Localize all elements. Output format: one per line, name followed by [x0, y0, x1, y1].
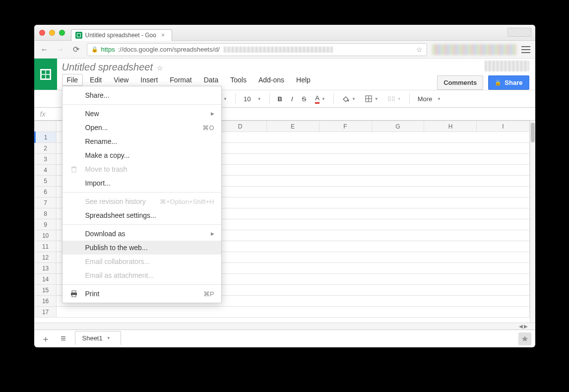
- menu-print[interactable]: Print⌘P: [63, 287, 221, 301]
- merge-button[interactable]: ▼: [384, 92, 404, 105]
- col-header[interactable]: I: [477, 121, 529, 132]
- borders-button[interactable]: ▼: [362, 92, 381, 105]
- browser-titlebar: Untitled spreadsheet - Goo ×: [34, 25, 535, 41]
- url-bar[interactable]: 🔒 https://docs.google.com/spreadsheets/d…: [87, 43, 427, 56]
- scroll-thumb[interactable]: [531, 123, 535, 142]
- vertical-scrollbar[interactable]: [530, 121, 535, 323]
- col-header[interactable]: H: [424, 121, 477, 132]
- menu-view[interactable]: View: [109, 74, 133, 86]
- menu-format[interactable]: Format: [165, 74, 196, 86]
- row-header[interactable]: 17: [35, 307, 56, 318]
- menu-email-attachment: Email as attachment...: [63, 268, 221, 282]
- svg-marker-6: [522, 336, 528, 341]
- maximize-window[interactable]: [59, 30, 65, 36]
- menu-spreadsheet-settings[interactable]: Spreadsheet settings...: [63, 208, 221, 222]
- col-header[interactable]: E: [266, 121, 319, 132]
- row-header[interactable]: 3: [35, 154, 56, 165]
- row-header[interactable]: 12: [35, 252, 56, 263]
- close-window[interactable]: [39, 30, 45, 36]
- row-header[interactable]: 9: [35, 219, 56, 230]
- col-header[interactable]: G: [372, 121, 424, 132]
- italic-button[interactable]: I: [288, 92, 296, 105]
- row-header[interactable]: 1: [35, 132, 56, 143]
- row-header[interactable]: 10: [35, 230, 56, 241]
- menu-download-as[interactable]: Download as▶: [63, 227, 221, 241]
- menu-tools[interactable]: Tools: [225, 74, 252, 86]
- sheet-tab[interactable]: Sheet1 ▼: [75, 331, 121, 345]
- fx-label: fx: [40, 110, 46, 118]
- sheets-logo[interactable]: [34, 59, 57, 90]
- row-header[interactable]: 11: [35, 241, 56, 252]
- trash-icon: [69, 165, 78, 174]
- merge-icon: [387, 95, 395, 103]
- explore-button[interactable]: [518, 332, 531, 345]
- row-header[interactable]: 13: [35, 263, 56, 274]
- explore-icon: [521, 335, 528, 342]
- chevron-down-icon[interactable]: ▼: [107, 336, 111, 340]
- row-header[interactable]: 4: [35, 165, 56, 176]
- reload-button[interactable]: ⟳: [71, 44, 82, 55]
- menu-email-collaborators: Email collaborators...: [63, 255, 221, 268]
- file-menu-dropdown: Share... New▶ Open...⌘O Rename... Make a…: [62, 86, 222, 303]
- star-document-icon[interactable]: ☆: [157, 64, 163, 72]
- menu-import[interactable]: Import...: [63, 176, 221, 190]
- menu-edit[interactable]: Edit: [85, 74, 107, 86]
- browser-menu-icon[interactable]: [521, 45, 530, 54]
- submenu-arrow-icon: ▶: [211, 111, 214, 116]
- menu-publish-web[interactable]: Publish to the web...: [63, 241, 221, 255]
- more-button[interactable]: More ▼: [415, 92, 444, 105]
- menu-insert[interactable]: Insert: [135, 74, 163, 86]
- row-header[interactable]: 7: [35, 197, 56, 208]
- menu-share[interactable]: Share...: [63, 88, 221, 102]
- url-obscured: [224, 47, 333, 53]
- bold-button[interactable]: B: [275, 92, 285, 105]
- tab-close-icon[interactable]: ×: [161, 32, 165, 39]
- account-blur: [507, 28, 531, 37]
- star-icon[interactable]: ☆: [416, 46, 423, 54]
- col-header[interactable]: F: [319, 121, 372, 132]
- row-header[interactable]: 6: [35, 187, 56, 197]
- extensions-blur: [432, 44, 516, 55]
- forward-button[interactable]: →: [55, 44, 66, 55]
- text-color-button[interactable]: A▼: [312, 92, 328, 106]
- menu-make-copy[interactable]: Make a copy...: [63, 148, 221, 162]
- borders-icon: [365, 95, 373, 103]
- document-title[interactable]: Untitled spreadsheet: [62, 62, 153, 73]
- menu-data[interactable]: Data: [199, 74, 224, 86]
- menu-help[interactable]: Help: [291, 74, 316, 86]
- sheets-grid-icon: [40, 69, 51, 80]
- window-controls: [39, 30, 65, 36]
- row-header[interactable]: 16: [35, 296, 56, 307]
- strikethrough-button[interactable]: S: [299, 92, 310, 105]
- tab-title: Untitled spreadsheet - Goo: [85, 32, 156, 39]
- menu-open[interactable]: Open...⌘O: [63, 121, 221, 134]
- comments-button[interactable]: Comments: [437, 75, 483, 90]
- row-header[interactable]: 15: [35, 285, 56, 296]
- menu-revision-history: See revision history⌘+Option+Shift+H: [63, 195, 221, 208]
- menu-move-to-trash: Move to trash: [63, 162, 221, 176]
- menu-new[interactable]: New▶: [63, 107, 221, 121]
- fill-color-button[interactable]: ▼: [339, 92, 359, 105]
- browser-tab[interactable]: Untitled spreadsheet - Goo ×: [71, 29, 172, 41]
- all-sheets-button[interactable]: ≡: [57, 332, 70, 345]
- menu-addons[interactable]: Add-ons: [253, 74, 289, 86]
- add-sheet-button[interactable]: ＋: [39, 332, 52, 345]
- lock-share-icon: 🔒: [495, 79, 502, 86]
- menu-bar: File Edit View Insert Format Data Tools …: [62, 74, 427, 86]
- sheets-app: Untitled spreadsheet ☆ File Edit View In…: [34, 59, 535, 347]
- font-size-select[interactable]: 10 ▼: [241, 92, 264, 105]
- menu-rename[interactable]: Rename...: [63, 134, 221, 148]
- select-all-corner[interactable]: [35, 121, 56, 132]
- row-header[interactable]: 5: [35, 176, 56, 187]
- row-header[interactable]: 2: [35, 143, 56, 154]
- row-header[interactable]: 14: [35, 274, 56, 285]
- scroll-right-icon[interactable]: ▶: [523, 324, 528, 329]
- minimize-window[interactable]: [49, 30, 55, 36]
- col-header[interactable]: D: [214, 121, 266, 132]
- scroll-left-icon[interactable]: ◀: [518, 324, 523, 329]
- share-button[interactable]: 🔒 Share: [488, 75, 529, 90]
- back-button[interactable]: ←: [39, 44, 50, 55]
- menu-file[interactable]: File: [62, 74, 83, 86]
- svg-rect-7: [72, 168, 76, 172]
- row-header[interactable]: 8: [35, 208, 56, 219]
